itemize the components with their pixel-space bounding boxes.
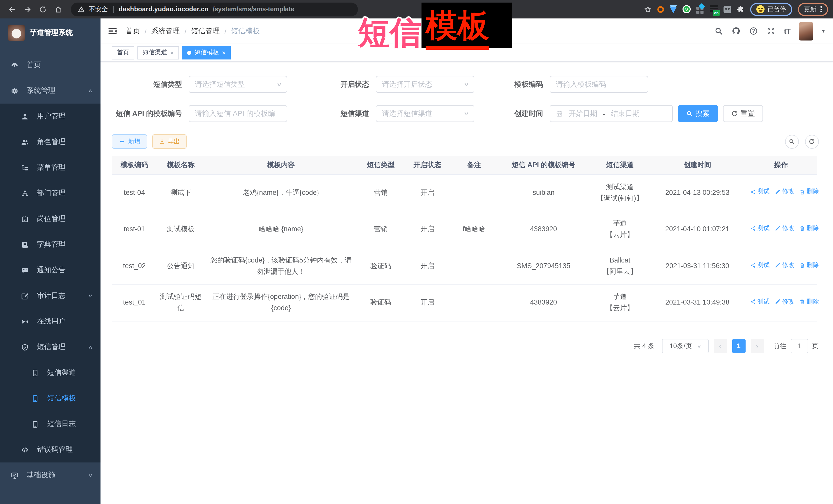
status-select[interactable]: 请选择开启状态 ∨ (376, 76, 474, 93)
tab-首页[interactable]: 首页 (112, 46, 134, 59)
export-button[interactable]: 导出 (152, 134, 187, 149)
date-range-picker[interactable]: 开始日期 - 结束日期 (550, 105, 673, 122)
test-link[interactable]: 测试 (750, 297, 770, 307)
channel-select[interactable]: 请选择短信渠道 ∨ (376, 105, 474, 122)
sidebar-item-首页[interactable]: 首页 (0, 52, 100, 78)
edit-link[interactable]: 修改 (775, 187, 794, 197)
hamburger-icon[interactable] (108, 26, 117, 36)
current-page-button[interactable]: 1 (732, 339, 745, 353)
next-page-button[interactable]: › (751, 339, 764, 353)
sidebar-item-基础设施[interactable]: 基础设施∨ (0, 462, 100, 488)
end-date-placeholder[interactable]: 结束日期 (609, 109, 642, 118)
sidebar-item-在线用户[interactable]: 在线用户 (0, 309, 100, 334)
sidebar-item-短信渠道[interactable]: 短信渠道 (0, 360, 100, 386)
tab-label: 短信渠道 (143, 48, 167, 57)
avatar-caret-icon[interactable]: ▾ (822, 28, 825, 34)
test-link-label: 测试 (757, 297, 770, 307)
bookmark-star-icon[interactable] (644, 5, 652, 13)
delete-link-label: 删除 (807, 223, 819, 234)
prev-page-button[interactable]: ‹ (714, 339, 727, 353)
breadcrumb-item[interactable]: 首页 (126, 26, 140, 35)
sidebar-item-短信日志[interactable]: 短信日志 (0, 411, 100, 437)
breadcrumb-item[interactable]: 系统管理 (151, 26, 180, 35)
delete-link[interactable]: 删除 (800, 187, 819, 197)
extension-gem-icon[interactable] (670, 7, 677, 13)
breadcrumb-separator: / (145, 27, 147, 35)
warning-icon (78, 6, 85, 13)
sidebar-item-错误码管理[interactable]: 错误码管理 (0, 437, 100, 462)
browser-menu-icon[interactable] (820, 6, 822, 12)
browser-reload-icon[interactable] (36, 3, 49, 16)
close-icon[interactable]: × (222, 49, 225, 56)
help-icon[interactable] (749, 27, 758, 35)
search-button[interactable]: 搜索 (678, 105, 718, 122)
plus-icon: ＋ (118, 137, 126, 146)
edit-link[interactable]: 修改 (775, 297, 794, 307)
profile-paused-badge[interactable]: 已暂停 (750, 3, 792, 16)
tab-短信模板[interactable]: 短信模板× (182, 46, 231, 59)
extensions-puzzle-icon[interactable] (737, 5, 744, 13)
edit-link[interactable]: 修改 (775, 260, 794, 270)
test-link[interactable]: 测试 (750, 223, 770, 234)
extension-ring-icon[interactable] (658, 6, 664, 13)
app-logo[interactable]: 芋道管理系统 (0, 19, 100, 47)
delete-link[interactable]: 删除 (800, 260, 819, 270)
sidebar-item-用户管理[interactable]: 用户管理 (0, 103, 100, 129)
reset-button[interactable]: 重置 (723, 105, 763, 122)
delete-link[interactable]: 删除 (800, 223, 819, 234)
add-button[interactable]: ＋ 新增 (112, 134, 147, 149)
code-icon (21, 446, 29, 454)
browser-update-button[interactable]: 更新 (798, 3, 828, 16)
chevron-down-icon: ∨ (463, 81, 469, 87)
search-icon[interactable] (714, 27, 723, 35)
cell-code: test_02 (112, 248, 157, 284)
user-avatar[interactable] (799, 22, 813, 40)
date-separator: - (603, 110, 605, 118)
sidebar-item-部门管理[interactable]: 部门管理 (0, 181, 100, 206)
trash-icon (800, 299, 805, 305)
font-size-icon[interactable]: tT (784, 27, 790, 35)
sms-type-select[interactable]: 请选择短信类型 ∨ (189, 76, 287, 93)
calendar-icon (556, 110, 563, 117)
channel-provider: 【云片】 (593, 303, 647, 314)
delete-link[interactable]: 删除 (800, 297, 819, 307)
sidebar-item-系统管理[interactable]: 系统管理∧ (0, 78, 100, 103)
tab-短信渠道[interactable]: 短信渠道× (137, 46, 179, 59)
trash-icon (800, 226, 805, 232)
extension-list-icon[interactable]: on (710, 5, 718, 13)
browser-back-icon[interactable] (5, 3, 19, 16)
goto-page-input[interactable]: 1 (790, 339, 808, 353)
test-link[interactable]: 测试 (750, 187, 770, 197)
delete-link-label: 删除 (807, 187, 819, 197)
start-date-placeholder[interactable]: 开始日期 (567, 109, 599, 118)
sidebar-item-审计日志[interactable]: 审计日志∨ (0, 283, 100, 309)
toggle-search-button[interactable] (785, 135, 799, 148)
address-bar[interactable]: 不安全 dashboard.yudao.iocoder.cn/system/sm… (71, 2, 358, 16)
template-code-input[interactable]: 请输入模板编码 (550, 76, 648, 93)
sidebar-item-短信模板[interactable]: 短信模板 (0, 386, 100, 411)
refresh-table-button[interactable] (805, 135, 819, 148)
sidebar-item-岗位管理[interactable]: 岗位管理 (0, 206, 100, 232)
browser-forward-icon[interactable] (21, 3, 34, 16)
channel-label: 短信渠道 (287, 109, 376, 118)
breadcrumb-item[interactable]: 短信管理 (191, 26, 220, 35)
extension-grid-icon[interactable] (696, 5, 704, 13)
sidebar-item-字典管理[interactable]: 字典管理 (0, 232, 100, 257)
sidebar-item-菜单管理[interactable]: 菜单管理 (0, 155, 100, 181)
api-template-id-input[interactable]: 请输入短信 API 的模板编 (189, 105, 287, 122)
browser-home-icon[interactable] (51, 3, 65, 16)
api-template-id-label: 短信 API 的模板编号 (112, 109, 189, 118)
github-icon[interactable] (732, 27, 740, 35)
fullscreen-icon[interactable] (767, 27, 775, 35)
extension-green-icon[interactable]: v (683, 5, 691, 13)
sidebar-item-短信管理[interactable]: 短信管理∧ (0, 334, 100, 360)
test-link[interactable]: 测试 (750, 260, 770, 270)
breadcrumb-separator: / (224, 27, 227, 35)
extension-monkey-icon[interactable] (723, 5, 731, 13)
edit-link[interactable]: 修改 (775, 223, 794, 234)
share-icon (750, 263, 756, 268)
page-size-select[interactable]: 10条/页 ∨ (662, 339, 708, 353)
close-icon[interactable]: × (170, 49, 174, 56)
sidebar-item-通知公告[interactable]: 通知公告 (0, 257, 100, 283)
sidebar-item-角色管理[interactable]: 角色管理 (0, 129, 100, 155)
